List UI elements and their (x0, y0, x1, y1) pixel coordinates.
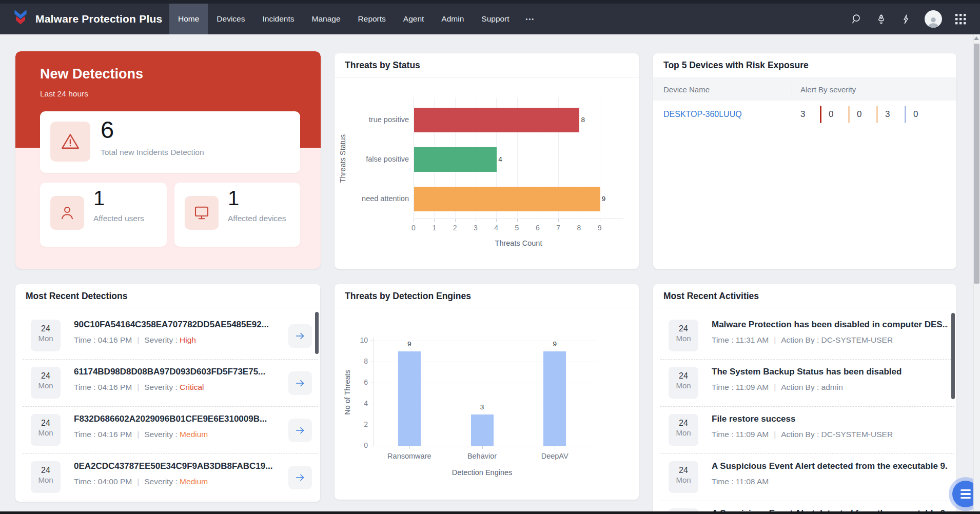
time-value: Time : 11:09 AM (712, 430, 769, 439)
apps-grid-icon[interactable] (955, 13, 967, 25)
open-detection-button[interactable] (288, 466, 312, 489)
time-value: Time : 04:16 PM (74, 383, 132, 391)
engine-bar-behavior (471, 414, 494, 446)
device-name-link[interactable]: DESKTOP-360LUUQ (653, 110, 792, 119)
detection-row: 24Mon61174BD98D8D08BA97D093D603FD5F73E75… (15, 360, 320, 407)
activity-row: 24MonThe System Backup Status has been d… (653, 360, 956, 407)
flash-icon[interactable] (900, 13, 912, 25)
new-detections-subtitle: Last 24 hours (40, 89, 88, 98)
device-row: DESKTOP-360LUUQ30030 (653, 101, 956, 128)
time-value: Time : 04:00 PM (74, 477, 132, 486)
engine-bar-ransomware (398, 351, 421, 446)
affected-users-tile: 1 Affected users (40, 183, 167, 247)
search-icon[interactable] (851, 13, 863, 25)
nav-item-admin[interactable]: Admin (433, 4, 473, 34)
date-day: 24 (669, 466, 698, 475)
nav-item-devices[interactable]: Devices (208, 4, 253, 34)
menu-icon (961, 489, 971, 491)
row-meta: Time : 11:09 AM|Action By : admin (712, 383, 901, 392)
open-detection-button[interactable] (288, 371, 312, 395)
open-detection-button[interactable] (288, 419, 312, 442)
recent-activities-title: Most Recent Activities (663, 291, 759, 302)
page-scrollbar-thumb[interactable] (974, 44, 979, 284)
severity-value: High (180, 335, 196, 344)
total-incidents-label: Total new Incidents Detection (101, 147, 204, 157)
affected-users-label: Affected users (93, 213, 158, 224)
action-by-value: Action By : DC-SYSTEM-USER (781, 430, 893, 439)
detection-hash: 0EA2CDC43787EE50E34C9F9AB3DB8FABC19... (74, 461, 272, 471)
activity-text: Malware Protection has been disabled in … (712, 320, 948, 330)
severity-count: 0 (857, 109, 865, 120)
top-devices-card: Top 5 Devices with Risk Exposure Device … (653, 53, 956, 269)
nav-item-home[interactable]: Home (169, 4, 208, 34)
recent-detections-card: Most Recent Detections 24Mon90C10FA54164… (15, 284, 320, 502)
x-axis-title: Threats Count (373, 239, 639, 247)
top-devices-title: Top 5 Devices with Risk Exposure (663, 60, 809, 71)
activity-row: 24MonMalware Protection has been disable… (653, 312, 956, 360)
new-detections-title: New Detections (40, 66, 143, 82)
severity-label: Severity : (144, 383, 180, 391)
affected-devices-tile: 1 Affected devices (174, 183, 300, 247)
nav-item-more[interactable]: ••• (518, 4, 543, 34)
date-badge: 24Mon (31, 414, 61, 446)
activity-row: 24MonA Suspicious Event Alert detected f… (653, 454, 956, 501)
recent-activities-card: Most Recent Activities 24MonMalware Prot… (653, 284, 956, 514)
row-meta: Time : 04:00 PM|Severity : Medium (74, 477, 272, 486)
y-axis-title: Threats Status (339, 128, 347, 189)
rocket-icon[interactable] (875, 13, 887, 25)
severity-divider (820, 106, 821, 123)
device-table-header: Device Name Alert By severity (653, 78, 956, 101)
date-badge: 24Mon (669, 320, 698, 351)
nav-item-reports[interactable]: Reports (349, 4, 395, 34)
nav-right (851, 4, 980, 34)
detection-engines-card: Threats by Detection Engines 02468109Ran… (335, 284, 639, 500)
nav-item-incidents[interactable]: Incidents (254, 4, 303, 34)
bottom-edge (0, 511, 980, 514)
brand: Malware Protection Plus (0, 4, 169, 34)
date-weekday: Mon (31, 334, 61, 343)
date-badge: 24Mon (669, 414, 698, 446)
severity-value: Medium (180, 430, 208, 439)
date-day: 24 (31, 466, 61, 475)
panel-scrollbar-thumb[interactable] (315, 312, 319, 354)
user-avatar[interactable] (925, 10, 942, 28)
severity-divider (905, 106, 906, 123)
x-axis-title: Detection Engines (342, 468, 622, 477)
date-day: 24 (31, 371, 61, 381)
nav-item-agent[interactable]: Agent (395, 4, 433, 34)
divider (653, 77, 956, 77)
severity-counts: 30030 (792, 106, 933, 123)
detection-hash: 90C10FA54164C358EA707782DD5AE5485E92... (74, 320, 269, 330)
date-weekday: Mon (31, 476, 61, 484)
date-badge: 24Mon (669, 461, 698, 493)
total-incidents-value: 6 (101, 115, 114, 144)
activity-text: The System Backup Status has been disabl… (712, 367, 901, 377)
user-icon (50, 196, 84, 230)
severity-value: Critical (180, 383, 204, 391)
recent-detections-title: Most Recent Detections (26, 291, 127, 302)
new-detections-card: New Detections Last 24 hours 6 Total new… (15, 51, 321, 269)
date-weekday: Mon (669, 428, 698, 437)
nav-item-support[interactable]: Support (473, 4, 518, 34)
top-nav: Malware Protection Plus HomeDevicesIncid… (0, 4, 980, 34)
nav-item-manage[interactable]: Manage (303, 4, 349, 34)
window-top-strip (0, 0, 980, 4)
severity-divider (876, 106, 878, 123)
time-value: Time : 04:16 PM (74, 430, 132, 439)
date-weekday: Mon (669, 334, 698, 343)
scrollbar-up-arrow[interactable] (974, 36, 979, 40)
open-detection-button[interactable] (288, 324, 312, 348)
activity-text: File restore success (712, 414, 893, 424)
severity-divider (848, 106, 850, 123)
activity-row: 24MonFile restore successTime : 11:09 AM… (653, 407, 956, 454)
date-weekday: Mon (31, 381, 61, 390)
panel-scrollbar-thumb[interactable] (951, 313, 955, 399)
page-scrollbar-track[interactable] (973, 34, 980, 511)
time-value: Time : 11:09 AM (712, 383, 769, 391)
action-by-value: Action By : admin (781, 383, 843, 391)
time-value: Time : 11:08 AM (712, 477, 769, 486)
date-weekday: Mon (669, 381, 698, 390)
threats-by-status-title: Threats by Status (345, 60, 420, 71)
status-bar-false-positive (414, 147, 497, 172)
date-weekday: Mon (669, 476, 698, 484)
